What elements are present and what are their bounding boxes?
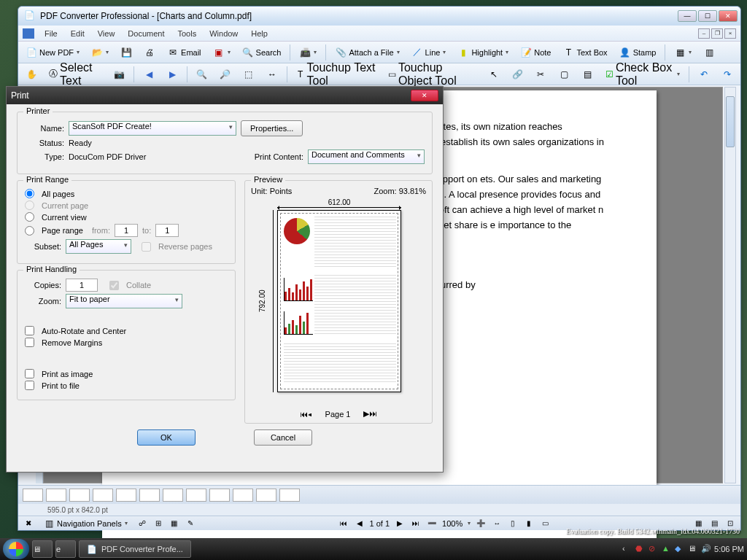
form-tool[interactable]: ▢ — [554, 66, 574, 83]
menu-document[interactable]: Document — [122, 28, 170, 39]
zoom-in-status[interactable]: ➕ — [475, 518, 487, 529]
page-range-radio[interactable] — [25, 226, 34, 236]
mdi-close[interactable]: × — [724, 28, 736, 39]
menu-view[interactable]: View — [92, 28, 121, 39]
rotate-cw[interactable]: ↷ — [717, 66, 738, 83]
thumbnail-11[interactable] — [256, 489, 276, 502]
select-text-tool[interactable]: ⒶSelect Text — [44, 58, 106, 90]
print-as-image-check[interactable] — [25, 369, 34, 378]
prev-page-icon[interactable]: ◀ — [354, 518, 365, 529]
thumbnail-3[interactable] — [69, 489, 90, 502]
hand-tool[interactable]: ✋ — [21, 66, 42, 83]
quicklaunch-ie[interactable]: e — [55, 540, 76, 558]
thumbnail-4[interactable] — [93, 489, 113, 502]
close-button[interactable]: ✕ — [719, 10, 738, 22]
range-from-input[interactable] — [115, 224, 138, 237]
first-page-icon[interactable]: ⏮ — [338, 518, 349, 529]
autorotate-check[interactable] — [25, 326, 34, 335]
quicklaunch-1[interactable]: 🖥 — [32, 540, 53, 558]
single-page-icon[interactable]: ▯ — [507, 518, 519, 529]
copies-input[interactable] — [66, 279, 98, 292]
menu-edit[interactable]: Edit — [65, 28, 90, 39]
next-page-icon[interactable]: ▶ — [394, 518, 406, 529]
save-button[interactable]: 💾 — [116, 44, 136, 61]
menu-file[interactable]: File — [39, 28, 63, 39]
print-content-select[interactable]: Document and Comments — [308, 149, 425, 164]
crop-tool[interactable]: ✂ — [530, 66, 551, 83]
navigation-panels-button[interactable]: ▥Navigation Panels▾ — [39, 515, 132, 532]
nav-fwd[interactable]: ▶ — [162, 66, 182, 83]
snapshot-tool[interactable]: 📷 — [109, 66, 129, 83]
print-button[interactable]: 🖨 — [139, 44, 160, 61]
email-button[interactable]: ✉Email — [163, 44, 206, 61]
zoom-in[interactable]: 🔍 — [192, 66, 212, 83]
thumbnail-9[interactable] — [209, 489, 230, 502]
tray-icon-5[interactable]: ◆ — [675, 544, 685, 554]
nav-panels-icon[interactable]: ✖ — [23, 518, 34, 529]
zoom-select[interactable]: Fit to paper — [66, 294, 182, 308]
cancel-button[interactable]: Cancel — [254, 429, 312, 446]
last-page-icon[interactable]: ⏭ — [410, 518, 422, 529]
tray-volume-icon[interactable]: 🔊 — [701, 544, 711, 554]
zoom-dynamic[interactable]: ↔ — [262, 66, 282, 83]
pointer-tool[interactable]: ↖ — [484, 66, 504, 83]
form-tool2[interactable]: ▤ — [577, 66, 597, 83]
fit-width-icon[interactable]: ↔ — [491, 518, 503, 529]
tray-icon-4[interactable]: ▲ — [662, 544, 672, 554]
range-to-input[interactable] — [155, 224, 179, 237]
minimize-button[interactable]: — — [678, 10, 697, 22]
remove-margins-check[interactable] — [25, 338, 34, 347]
pdf-button[interactable]: ▣▾ — [209, 44, 235, 61]
start-button[interactable] — [3, 539, 29, 559]
subset-select[interactable]: All Pages — [66, 239, 131, 254]
thumbnail-6[interactable] — [139, 489, 160, 502]
thumbnail-8[interactable] — [186, 489, 206, 502]
app-menu-icon[interactable] — [23, 28, 34, 39]
menu-help[interactable]: Help — [245, 28, 274, 39]
facing-icon[interactable]: ▭ — [539, 518, 551, 529]
tray-icon-2[interactable]: ⬣ — [635, 544, 646, 554]
link-tool[interactable]: 🔗 — [507, 66, 527, 83]
preview-first-icon[interactable]: ⏮◀ — [300, 410, 312, 419]
all-pages-radio[interactable] — [25, 189, 34, 198]
nav-back[interactable]: ◀ — [139, 66, 159, 83]
nav-tool-4[interactable]: ✎ — [185, 518, 196, 529]
mdi-minimize[interactable]: – — [698, 28, 710, 39]
tray-clock[interactable]: 5:06 PM — [714, 545, 744, 553]
tray-icon-3[interactable]: ⊘ — [649, 544, 659, 554]
collate-check[interactable] — [109, 281, 119, 290]
thumbnail-12[interactable] — [279, 489, 300, 502]
touchup-text[interactable]: TTouchup Text Tool — [292, 58, 380, 90]
mdi-restore[interactable]: ❐ — [711, 28, 723, 39]
tray-icon-1[interactable]: ‹ — [622, 544, 632, 554]
reverse-pages-check[interactable] — [142, 242, 151, 252]
thumbnail-5[interactable] — [116, 489, 136, 502]
vertical-scrollbar[interactable] — [724, 87, 736, 483]
thumbnail-7[interactable] — [163, 489, 183, 502]
current-view-radio[interactable] — [25, 212, 34, 222]
zoom-out-status[interactable]: ➖ — [426, 518, 438, 529]
tray-icon-6[interactable]: 🖥 — [688, 544, 698, 554]
print-to-file-check[interactable] — [25, 381, 34, 390]
zoom-marquee[interactable]: ⬚ — [239, 66, 259, 83]
zoom-out[interactable]: 🔎 — [215, 66, 236, 83]
search-button[interactable]: 🔍Search — [238, 44, 286, 61]
thumbnail-1[interactable] — [23, 489, 43, 502]
dialog-close-button[interactable]: ✕ — [411, 90, 438, 101]
maximize-button[interactable]: ☐ — [698, 10, 717, 22]
thumbnail-2[interactable] — [46, 489, 66, 502]
properties-button[interactable]: Properties... — [241, 120, 303, 136]
checkbox-tool[interactable]: ☑Check Box Tool▾ — [600, 58, 684, 90]
scrollbar-thumb[interactable] — [726, 96, 735, 147]
printer-select[interactable]: ScanSoft PDF Create! — [69, 121, 236, 136]
continuous-icon[interactable]: ▮ — [523, 518, 535, 529]
menu-window[interactable]: Window — [204, 28, 244, 39]
note-button[interactable]: 📝Note — [516, 44, 555, 61]
rotate-ccw[interactable]: ↶ — [694, 66, 714, 83]
taskbar-app-button[interactable]: 📄PDF Converter Profe... — [79, 540, 191, 558]
nav-tool-2[interactable]: ⊞ — [152, 518, 164, 529]
ok-button[interactable]: OK — [137, 429, 196, 446]
nav-tool-3[interactable]: ▦ — [169, 518, 180, 529]
preview-last-icon[interactable]: ▶⏭ — [363, 409, 377, 419]
menu-tools[interactable]: Tools — [172, 28, 203, 39]
